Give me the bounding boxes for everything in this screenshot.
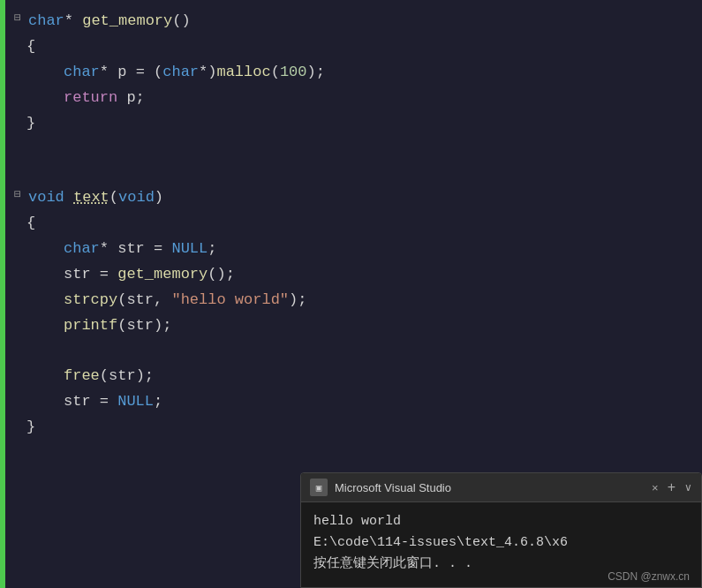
code-line-5: } <box>14 111 698 137</box>
terminal-app-icon: ▣ <box>310 479 328 496</box>
spacer-3 <box>14 339 698 364</box>
terminal-output-line-1: hello world <box>313 511 689 532</box>
code-line-8: ⊟ void text ( void ) <box>14 185 698 211</box>
spacer-1 <box>14 136 698 161</box>
code-line-9: { <box>14 211 698 237</box>
code-line-3: char* p = (char*) malloc ( 100 ); <box>14 60 698 86</box>
code-line-15: free ( str ); <box>14 364 698 389</box>
code-line-16: str = NULL ; <box>14 389 698 415</box>
code-line-10: char * str = NULL ; <box>14 237 698 262</box>
kw-char: char <box>28 9 64 34</box>
code-line-11: str = get_memory (); <box>14 262 698 288</box>
code-editor: ⊟ char* get_memory() { char* p = (char*)… <box>0 0 702 588</box>
fold-icon-1[interactable]: ⊟ <box>14 9 26 28</box>
fn-get-memory: get_memory <box>82 9 172 34</box>
terminal-titlebar: ▣ Microsoft Visual Studio × + ∨ <box>301 473 701 502</box>
code-line-2: { <box>14 34 698 60</box>
watermark: CSDN @znwx.cn <box>608 570 690 583</box>
fold-icon-2[interactable]: ⊟ <box>14 185 26 205</box>
code-line-1: ⊟ char* get_memory() <box>14 9 698 34</box>
spacer-2 <box>14 161 698 185</box>
terminal-plus-button[interactable]: + <box>668 479 676 495</box>
terminal-title: Microsoft Visual Studio <box>335 481 652 494</box>
terminal-chevron-button[interactable]: ∨ <box>684 481 692 494</box>
fn-text: text <box>73 185 109 211</box>
code-line-4: return p; <box>14 86 698 111</box>
code-line-12: strcpy ( str , "hello world" ); <box>14 288 698 313</box>
code-line-13: printf ( str ); <box>14 313 698 339</box>
terminal-close-button[interactable]: × <box>652 481 659 494</box>
terminal-output-line-2: E:\code\114-issues\text_4.6.8\x6 <box>313 532 689 554</box>
code-line-17: } <box>14 415 698 441</box>
